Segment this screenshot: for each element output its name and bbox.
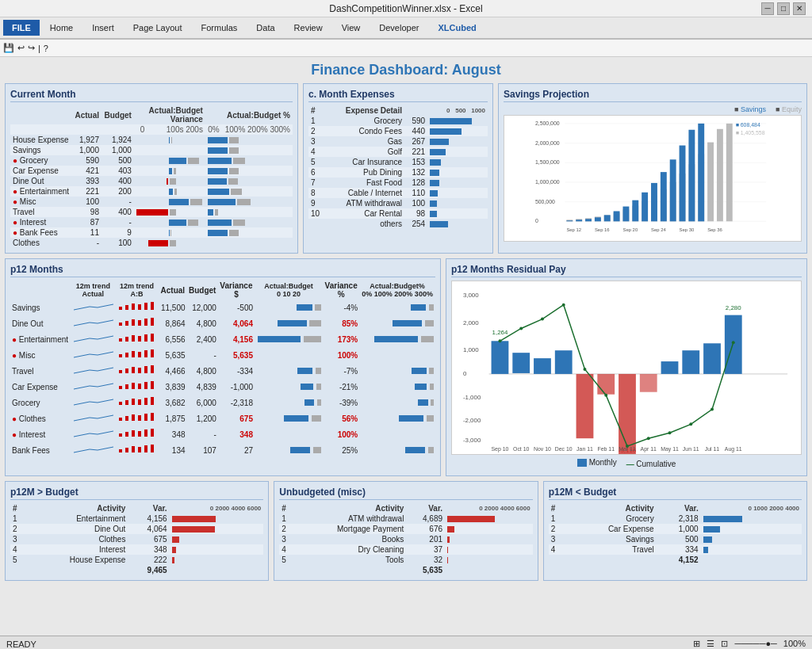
p12-row-ab-bar	[255, 347, 323, 363]
svg-rect-33	[595, 217, 601, 221]
tab-developer[interactable]: Developer	[370, 20, 427, 36]
bt-row-bar	[170, 524, 264, 534]
p12-row-trend-actual	[71, 300, 115, 315]
p12-row-varpct: -39%	[323, 395, 359, 410]
cm-row-budget: 1,000	[102, 145, 134, 155]
status-zoom-bar[interactable]: ─────●─	[734, 639, 776, 649]
svg-rect-75	[144, 350, 147, 357]
me-row-name: ATM withdrawal	[326, 198, 404, 208]
toolbar-icon-redo[interactable]: ↪	[28, 43, 35, 53]
me-row-num: 3	[308, 136, 326, 147]
svg-text:Sep 36: Sep 36	[707, 227, 722, 232]
cm-row-bar	[134, 238, 205, 248]
p12-row-ab-bar	[255, 442, 323, 458]
p12-row-actual: 5,635	[159, 347, 186, 363]
tab-home[interactable]: Home	[41, 20, 82, 36]
p12-row-abpct-bar	[359, 331, 435, 347]
tab-insert[interactable]: Insert	[83, 20, 123, 36]
pu-row-name: Grocery	[565, 513, 657, 524]
me-row-value: 100	[404, 198, 427, 208]
bt-row-bar	[445, 513, 533, 524]
p12-row-trend-budget	[115, 379, 159, 395]
me-row-bar	[427, 167, 488, 178]
svg-rect-76	[151, 349, 154, 357]
toolbar-icon-help[interactable]: ?	[44, 44, 48, 53]
svg-point-142	[689, 422, 692, 426]
current-month-panel: Current Month Actual Budget Actual:Budge…	[5, 83, 298, 254]
tab-data[interactable]: Data	[247, 20, 283, 36]
me-row-bar	[427, 157, 488, 167]
status-icon-list[interactable]: ☰	[707, 639, 714, 649]
status-zoom-pct: 100%	[783, 639, 806, 649]
svg-point-141	[668, 431, 672, 434]
pu-header-chart: 0 1000 2000 4000	[701, 503, 802, 513]
svg-rect-103	[132, 430, 135, 437]
svg-rect-28	[717, 129, 723, 222]
tab-formulas[interactable]: Formulas	[192, 20, 246, 36]
svg-rect-101	[119, 433, 122, 437]
p12-row-varpct: 56%	[323, 410, 359, 426]
cumulative-legend-icon: ─	[626, 458, 634, 471]
svg-text:2,500,000: 2,500,000	[535, 120, 560, 126]
svg-rect-122	[512, 353, 530, 373]
pu-row-var: 334	[657, 544, 701, 555]
svg-rect-62	[138, 320, 141, 326]
title-bar: DashCompetitionWinner.xlsx - Excel ─ □ ✕	[0, 0, 812, 17]
svg-rect-99	[144, 414, 147, 421]
pu-row-num: 1	[549, 513, 565, 524]
svg-rect-55	[132, 304, 135, 310]
window-controls[interactable]: ─ □ ✕	[761, 2, 806, 15]
cm-row-actual: 98	[72, 207, 102, 217]
savings-legend-equity: ■ Equity	[776, 105, 802, 113]
pb-header-activity: Activity	[25, 503, 128, 513]
svg-rect-96	[125, 416, 128, 421]
toolbar-icon-save[interactable]: 💾	[3, 43, 14, 53]
p12-row-trend-budget	[115, 410, 159, 426]
ribbon-tabs: FILE Home Insert Page Layout Formulas Da…	[0, 17, 812, 38]
savings-legend-savings: ■ Savings	[734, 105, 766, 113]
status-icon-layout[interactable]: ⊡	[721, 639, 728, 649]
svg-text:2,000: 2,000	[463, 319, 479, 326]
svg-rect-58	[151, 302, 154, 310]
status-icon-grid[interactable]: ⊞	[693, 639, 700, 649]
pu-row-bar	[701, 524, 802, 534]
cm-row-name: Travel	[10, 207, 72, 217]
p12-row-abpct-bar	[359, 379, 435, 395]
tab-review[interactable]: Review	[285, 20, 331, 36]
cm-row-bar	[134, 155, 205, 166]
me-row-bar	[427, 219, 488, 229]
toolbar-icon-undo[interactable]: ↩	[17, 43, 25, 53]
p12-header-trend-budget: 12m trendA:B	[115, 281, 159, 300]
cm-row-name: Clothes	[10, 238, 72, 248]
bt-row-bar	[170, 544, 264, 555]
me-row-num: 1	[308, 116, 326, 126]
me-row-value: 440	[404, 126, 427, 136]
cm-row-budget: 403	[102, 166, 134, 176]
ub-header-var: Var.	[406, 503, 445, 513]
cm-header-variance: Actual:BudgetVariance	[134, 105, 205, 124]
p12-header-actual: Actual	[159, 281, 186, 300]
p12-row-trend-budget	[115, 347, 159, 363]
tab-file[interactable]: FILE	[3, 20, 40, 36]
svg-point-133	[498, 339, 501, 342]
svg-point-138	[604, 394, 607, 397]
svg-rect-44	[698, 124, 704, 221]
close-button[interactable]: ✕	[793, 2, 806, 15]
cm-row-name: ● Entertainment	[10, 186, 72, 197]
p12-row-name: ● Clothes	[10, 410, 71, 426]
tab-view[interactable]: View	[333, 20, 370, 36]
unbudgeted-panel: Unbudgeted (misc) # Activity Var. 0 2000…	[274, 481, 538, 581]
cm-row-actual: -	[72, 238, 102, 248]
svg-rect-104	[138, 431, 141, 437]
pu-row-num: 3	[549, 534, 565, 544]
cm-row-pct	[205, 238, 293, 248]
me-row-name: Condo Fees	[326, 126, 404, 136]
cm-row-budget: 200	[102, 186, 134, 197]
tab-xlcubed[interactable]: XLCubed	[429, 20, 485, 36]
svg-text:Apr 11: Apr 11	[641, 446, 657, 452]
svg-rect-84	[125, 384, 128, 389]
minimize-button[interactable]: ─	[761, 2, 774, 15]
maximize-button[interactable]: □	[777, 2, 790, 15]
tab-page-layout[interactable]: Page Layout	[124, 20, 191, 36]
cm-row-actual: 221	[72, 186, 102, 197]
